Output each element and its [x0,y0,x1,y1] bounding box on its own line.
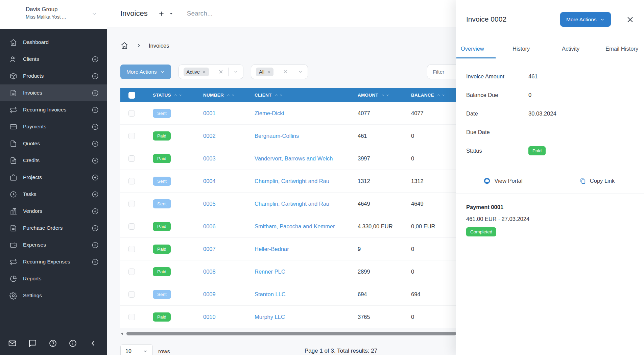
collapse-sidebar-icon[interactable] [89,339,97,348]
sort-icons[interactable] [174,93,182,97]
row-checkbox[interactable] [128,314,135,320]
invoice-number-link[interactable]: 0009 [203,291,216,298]
client-link[interactable]: Vandervort, Barrows and Welch [255,155,333,162]
tab-history[interactable]: History [512,40,530,58]
company-switcher[interactable]: Davis Group Miss Malika Yost ... [0,0,107,29]
invoice-number-link[interactable]: 0002 [203,133,216,139]
client-link[interactable]: Heller-Bednar [255,246,289,252]
tab-overview[interactable]: Overview [461,40,484,58]
chat-icon[interactable] [28,339,37,348]
client-link[interactable]: Champlin, Cartwright and Rau [255,178,329,184]
mail-icon[interactable] [8,339,17,348]
new-invoice-button[interactable] [158,10,165,17]
add-clients-button[interactable] [92,56,99,63]
sidebar-item-products[interactable]: Products [0,68,107,84]
add-purchase-order-button[interactable] [92,225,99,232]
row-checkbox[interactable] [128,155,135,162]
invoice-number-link[interactable]: 0007 [203,246,216,252]
sidebar-item-clients[interactable]: Clients [0,51,107,68]
invoice-number-link[interactable]: 0006 [203,223,216,230]
status-filter[interactable]: Active [178,65,244,79]
row-checkbox[interactable] [128,269,135,275]
client-link[interactable]: Smitham, Pacocha and Kemmer [255,223,335,230]
remove-chip-icon[interactable] [202,70,206,74]
more-actions-button[interactable]: More Actions [120,65,171,79]
help-icon[interactable] [49,339,57,348]
add-task-button[interactable] [92,191,99,198]
add-recurring-expense-button[interactable] [92,258,99,265]
column-header-status[interactable]: STATUS [153,93,171,98]
sidebar-item-tasks[interactable]: Tasks [0,186,107,203]
add-quote-button[interactable] [92,140,99,147]
sidebar-item-recurring-invoices[interactable]: Recurring Invoices [0,101,107,118]
sidebar-item-settings[interactable]: Settings [0,287,107,304]
invoice-number-link[interactable]: 0010 [203,314,216,320]
panel-more-actions-button[interactable]: More Actions [560,12,611,27]
sort-icons[interactable] [275,93,283,97]
sidebar-item-payments[interactable]: Payments [0,118,107,135]
horizontal-scrollbar[interactable] [120,331,456,336]
row-checkbox[interactable] [128,246,135,252]
info-icon[interactable] [69,339,77,348]
chevron-down-icon[interactable] [233,69,238,74]
select-all-checkbox[interactable] [128,92,135,99]
tab-email-history[interactable]: Email History [605,40,638,58]
sort-icons[interactable] [381,93,389,97]
sidebar-item-expenses[interactable]: Expenses [0,236,107,253]
row-checkbox[interactable] [128,110,135,117]
row-checkbox[interactable] [128,133,135,139]
invoice-number-link[interactable]: 0004 [203,178,216,184]
client-link[interactable]: Zieme-Dicki [255,110,284,117]
secondary-filter[interactable]: All [251,65,308,79]
add-credit-button[interactable] [92,157,99,164]
sidebar-item-projects[interactable]: Projects [0,169,107,186]
copy-link-button[interactable]: Copy Link [550,168,644,194]
search-input[interactable] [186,9,362,18]
add-invoice-button[interactable] [92,90,99,97]
column-header-client[interactable]: CLIENT [255,93,272,98]
close-icon[interactable] [626,16,634,24]
rows-per-page-select[interactable]: 10 [120,344,153,355]
view-portal-button[interactable]: View Portal [456,168,550,194]
new-entity-dropdown-icon[interactable] [169,11,173,16]
invoice-number-link[interactable]: 0005 [203,201,216,207]
scrollbar-thumb[interactable] [126,332,456,335]
client-link[interactable]: Stanton LLC [255,291,286,298]
chevron-down-icon[interactable] [298,69,303,74]
sidebar-item-credits[interactable]: Credits [0,152,107,169]
column-header-amount[interactable]: AMOUNT [358,93,378,98]
row-checkbox[interactable] [128,201,135,207]
client-link[interactable]: Murphy LLC [255,314,285,320]
sidebar-item-purchase-orders[interactable]: Purchase Orders [0,220,107,236]
sort-icons[interactable] [437,93,445,97]
row-checkbox[interactable] [128,178,135,184]
sidebar-item-dashboard[interactable]: Dashboard [0,34,107,51]
row-checkbox[interactable] [128,291,135,298]
client-link[interactable]: Champlin, Cartwright and Rau [255,201,329,207]
client-link[interactable]: Bergnaum-Collins [255,133,299,139]
invoice-number-link[interactable]: 0001 [203,110,216,117]
sidebar-item-quotes[interactable]: Quotes [0,135,107,152]
add-recurring-invoice-button[interactable] [92,106,99,113]
clear-filter-icon[interactable] [218,69,223,74]
tab-activity[interactable]: Activity [562,40,579,58]
clear-filter-icon[interactable] [283,69,288,74]
sidebar-item-vendors[interactable]: Vendors [0,203,107,220]
row-checkbox[interactable] [128,223,135,230]
add-products-button[interactable] [92,73,99,80]
sidebar-item-invoices[interactable]: Invoices [0,84,107,101]
sort-icons[interactable] [226,93,235,97]
invoice-number-link[interactable]: 0008 [203,269,216,275]
add-project-button[interactable] [92,174,99,181]
add-vendor-button[interactable] [92,208,99,215]
column-header-number[interactable]: NUMBER [203,93,224,98]
invoice-number-link[interactable]: 0003 [203,155,216,162]
remove-chip-icon[interactable] [267,70,270,74]
client-link[interactable]: Renner PLC [255,269,285,275]
scroll-left-icon[interactable] [120,332,124,335]
sidebar-item-reports[interactable]: Reports [0,270,107,287]
add-payment-button[interactable] [92,123,99,130]
sidebar-item-recurring-expenses[interactable]: Recurring Expenses [0,253,107,270]
home-icon[interactable] [120,42,128,50]
add-expense-button[interactable] [92,242,99,249]
